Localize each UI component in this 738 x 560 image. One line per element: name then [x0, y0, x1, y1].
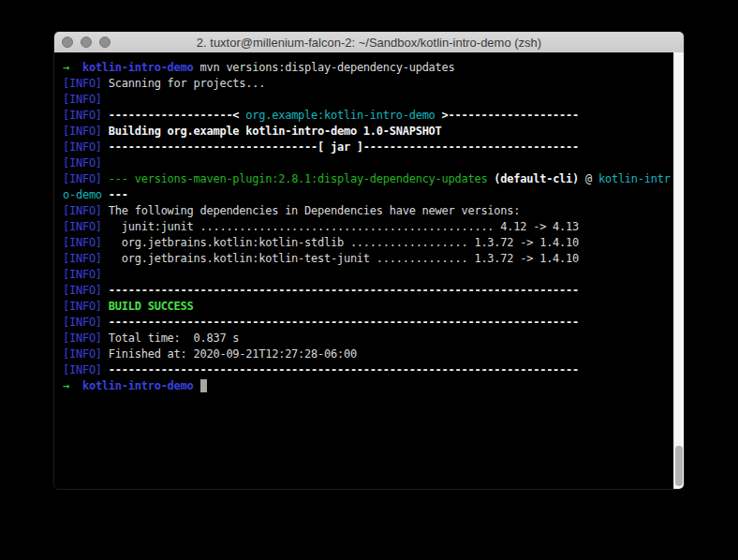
terminal-text-segment: kotlin-intr: [598, 172, 671, 185]
terminal-text-segment: --------------------------------[ jar ]-…: [102, 140, 579, 154]
terminal-text-segment: (default-cli): [494, 172, 579, 185]
terminal-line: [INFO] Scanning for projects...: [63, 76, 684, 92]
terminal-text-segment: Total time: 0.837 s: [102, 332, 239, 345]
terminal-text-segment: [INFO]: [63, 172, 102, 185]
window-title: 2. tuxtor@millenium-falcon-2: ~/Sandbox/…: [197, 36, 541, 50]
terminal-text-segment: [194, 379, 200, 392]
terminal-text-segment: ----------------------------------------…: [102, 316, 579, 329]
terminal-text-segment: [INFO]: [63, 204, 102, 217]
terminal-text-segment: @: [579, 172, 598, 185]
terminal-text-segment: [INFO]: [63, 284, 102, 297]
terminal-text-segment: [INFO]: [63, 220, 102, 233]
terminal-cursor: [200, 379, 207, 392]
terminal-text-segment: ----------------------------------------…: [102, 284, 579, 297]
terminal-text-segment: junit:junit ............................…: [102, 220, 579, 233]
terminal-line: → kotlin-intro-demo mvn versions:display…: [63, 60, 684, 76]
terminal-line: [INFO] --- versions-maven-plugin:2.8.1:d…: [63, 171, 684, 187]
terminal-line: [INFO] The following dependencies in Dep…: [63, 203, 684, 219]
traffic-lights: [62, 32, 111, 52]
terminal-text-segment: Finished at: 2020-09-21T12:27:28-06:00: [102, 347, 357, 361]
terminal-text-segment: [102, 300, 109, 313]
terminal-text-segment: org.example:kotlin-intro-demo: [245, 109, 435, 122]
terminal-text-segment: BUILD SUCCESS: [109, 300, 194, 313]
terminal-text-segment: [INFO]: [63, 363, 102, 376]
terminal-text-segment: [INFO]: [63, 300, 102, 313]
terminal-text-segment: [102, 172, 109, 185]
terminal-line: [INFO] junit:junit .....................…: [63, 219, 684, 235]
terminal-text-segment: [INFO]: [63, 77, 102, 90]
terminal-text-segment: kotlin-intro-demo: [82, 61, 194, 74]
terminal-line: [INFO]: [63, 92, 684, 108]
terminal-line: [INFO] ---------------------------------…: [63, 283, 684, 299]
desktop: { "window": { "title": "2. tuxtor@millen…: [0, 0, 738, 560]
terminal-text-segment: [INFO]: [63, 332, 102, 345]
terminal-text-segment: Building org.example kotlin-intro-demo 1…: [109, 125, 442, 138]
terminal-line: [INFO]: [63, 267, 684, 283]
scrollbar[interactable]: [673, 52, 684, 489]
terminal-text-segment: [INFO]: [63, 236, 102, 249]
terminal-text-segment: Scanning for projects...: [102, 77, 265, 90]
terminal-text-segment: org.jetbrains.kotlin:kotlin-test-junit .…: [102, 252, 579, 265]
terminal-window: 2. tuxtor@millenium-falcon-2: ~/Sandbox/…: [53, 31, 685, 490]
scrollbar-thumb[interactable]: [675, 446, 683, 486]
terminal-line: [INFO] --------------------------------[…: [63, 140, 684, 155]
terminal-text-segment: The following dependencies in Dependenci…: [102, 204, 520, 217]
terminal-line: [INFO] ---------------------------------…: [63, 362, 684, 378]
terminal-line: [INFO] Finished at: 2020-09-21T12:27:28-…: [63, 346, 684, 362]
terminal-text-segment: [INFO]: [63, 109, 102, 122]
terminal-text-segment: mvn versions:display-dependency-updates: [194, 61, 455, 74]
terminal-text-segment: ---: [102, 188, 128, 201]
window-titlebar[interactable]: 2. tuxtor@millenium-falcon-2: ~/Sandbox/…: [54, 32, 684, 53]
minimize-button[interactable]: [81, 37, 92, 48]
terminal-text-segment: o-demo: [63, 188, 102, 201]
terminal-line: [INFO] Total time: 0.837 s: [63, 331, 684, 346]
terminal-text-segment: →: [63, 379, 82, 392]
terminal-text-segment: [INFO]: [63, 268, 102, 281]
terminal-text-segment: [INFO]: [63, 156, 102, 169]
terminal-line: o-demo ---: [63, 187, 684, 203]
terminal-text-segment: org.jetbrains.kotlin:kotlin-stdlib .....…: [102, 236, 579, 249]
terminal-text-segment: ----------------------------------------…: [102, 363, 579, 376]
terminal-line: [INFO] ---------------------------------…: [63, 315, 684, 331]
terminal-text-segment: [102, 125, 109, 138]
terminal-text-segment: -------------------<: [102, 109, 245, 122]
terminal-text-segment: [INFO]: [63, 93, 102, 106]
terminal-text-segment: [INFO]: [63, 252, 102, 265]
terminal-text-segment: [INFO]: [63, 125, 102, 138]
terminal-text-segment: kotlin-intro-demo: [82, 379, 194, 392]
terminal-line: [INFO] -------------------< org.example:…: [63, 108, 684, 124]
terminal-line: [INFO] org.jetbrains.kotlin:kotlin-test-…: [63, 251, 684, 267]
terminal-line: [INFO] org.jetbrains.kotlin:kotlin-stdli…: [63, 235, 684, 251]
terminal-line: → kotlin-intro-demo: [63, 378, 684, 394]
terminal-text-segment: >--------------------: [435, 109, 579, 122]
terminal-line: [INFO] Building org.example kotlin-intro…: [63, 124, 684, 140]
terminal-text-segment: →: [63, 61, 82, 74]
terminal-text-segment: [INFO]: [63, 347, 102, 361]
terminal-text-segment: [INFO]: [63, 316, 102, 329]
zoom-button[interactable]: [99, 37, 111, 48]
terminal-text-segment: --- versions-maven-plugin:2.8.1:display-…: [109, 172, 488, 185]
terminal-output[interactable]: → kotlin-intro-demo mvn versions:display…: [54, 52, 684, 489]
terminal-text-segment: [INFO]: [63, 140, 102, 154]
terminal-line: [INFO]: [63, 155, 684, 171]
terminal-line: [INFO] BUILD SUCCESS: [63, 299, 684, 315]
close-button[interactable]: [62, 37, 73, 48]
